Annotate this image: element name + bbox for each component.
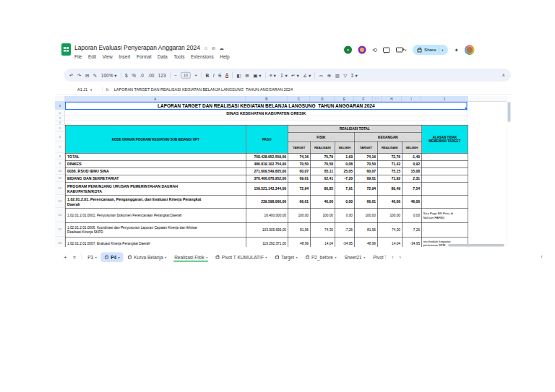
cell-value-row14-col2[interactable]: 0,00: [335, 208, 354, 222]
cell-value-row16-col2[interactable]: -34,95: [335, 237, 354, 247]
cell-value-row8-col1[interactable]: 75,79: [310, 153, 335, 160]
fill-color-icon[interactable]: ◧: [237, 72, 241, 78]
sheet-tab-target[interactable]: Target▾: [271, 251, 301, 263]
format-currency-icon[interactable]: $: [125, 72, 128, 78]
cell-value-row11-col2[interactable]: -7,20: [335, 175, 354, 182]
cell-value-row16-col0[interactable]: 48,99: [288, 237, 310, 247]
sheet-tab-pivot-t-kumulatif[interactable]: Pivot T KUMULATIF▾: [212, 251, 270, 263]
sheet-tab-p3[interactable]: P3▾: [84, 251, 100, 263]
cell-alasan-row10[interactable]: [421, 167, 468, 175]
cell-value-row9-col4[interactable]: 71,42: [377, 160, 402, 167]
text-color-icon[interactable]: A: [225, 72, 228, 78]
horizontal-align-icon[interactable]: ≡ ▾: [270, 72, 276, 78]
row-header-13[interactable]: 13: [55, 195, 65, 208]
decrease-decimal-icon[interactable]: .0: [139, 72, 143, 78]
cell-value-row14-col5[interactable]: 0,00: [402, 208, 421, 222]
cell-value-row8-col2[interactable]: 1,63: [335, 153, 354, 160]
tab-scroll-right[interactable]: ›: [400, 254, 401, 260]
selected-cell-a1[interactable]: LAPORAN TARGET DAN REALISASI KEGIATAN BE…: [65, 102, 468, 110]
cell-value-row9-col3[interactable]: 70,50: [354, 160, 377, 167]
cell-value-row14-col4[interactable]: 100,00: [377, 208, 402, 222]
cell-kode-row8[interactable]: TOTAL: [65, 153, 246, 160]
cell-alasan-row9[interactable]: [421, 160, 468, 167]
cell-value-row13-col2[interactable]: 0,00: [335, 195, 354, 208]
cell-value-row9-col5[interactable]: 0,92: [402, 160, 421, 167]
column-header-J[interactable]: J: [421, 96, 468, 102]
collaborator-avatar-purple[interactable]: [358, 46, 366, 54]
redo-icon[interactable]: ↷: [77, 72, 81, 78]
cell-value-row8-col3[interactable]: 74,16: [354, 153, 377, 160]
cell-alasan-row8[interactable]: [421, 153, 468, 160]
insert-link-icon[interactable]: ∾: [319, 72, 323, 78]
functions-icon[interactable]: Σ ▾: [351, 72, 358, 78]
cell-value-row16-col5[interactable]: -34,95: [402, 237, 421, 247]
sheet-tab-p2-before[interactable]: P2_before▾: [301, 251, 340, 263]
tab-scroll-left[interactable]: ‹: [392, 254, 393, 260]
cell-value-row12-col5[interactable]: 7,54: [402, 182, 421, 195]
header-fisik[interactable]: FISIK: [288, 132, 354, 141]
column-header-C[interactable]: C: [288, 96, 310, 102]
menu-item-view[interactable]: View: [103, 54, 113, 60]
cell-value-row8-col5[interactable]: -1,40: [402, 153, 421, 160]
cell-value-row10-col4[interactable]: 75,15: [377, 167, 402, 175]
cell-value-row15-col4[interactable]: 74,30: [377, 222, 402, 237]
column-header-H[interactable]: H: [382, 96, 402, 102]
cell-kode-row13[interactable]: 1.02.01.2.01. Perencanaan, Penganggaran,…: [65, 195, 246, 208]
column-header-D[interactable]: D: [310, 96, 335, 102]
cell-kode-row16[interactable]: 1.02.01.2.01.0007. Evaluasi Kinerja Pera…: [65, 237, 246, 247]
cell-value-row15-col3[interactable]: 81,56: [354, 222, 377, 237]
cell-value-row12-col3[interactable]: 72,94: [354, 182, 377, 195]
italic-icon[interactable]: I: [213, 72, 215, 78]
column-header-A[interactable]: A: [65, 96, 246, 102]
format-percent-icon[interactable]: %: [132, 72, 136, 78]
font-size-input[interactable]: 10: [181, 72, 191, 79]
hidden-column-marker[interactable]: ‹ ›: [373, 96, 382, 102]
header-fisik-realisasi[interactable]: REALISASI: [310, 141, 335, 153]
cell-kode-row11[interactable]: BIDANG DAN SEKRETARIAT: [65, 175, 246, 182]
cell-value-row12-col1[interactable]: 80,85: [310, 182, 335, 195]
cell-value-row11-col3[interactable]: 69,61: [354, 175, 377, 182]
cell-value-row11-col1[interactable]: 62,41: [310, 175, 335, 182]
cell-value-row10-col3[interactable]: 60,07: [354, 167, 377, 175]
cell-value-row16-col4[interactable]: 14,04: [377, 237, 402, 247]
cell-value-row15-col5[interactable]: -7,26: [402, 222, 421, 237]
borders-icon[interactable]: ⊞: [245, 72, 249, 78]
row-header-10[interactable]: 10: [55, 167, 65, 175]
bold-icon[interactable]: B: [205, 72, 209, 78]
cell-value-row12-col2[interactable]: 7,91: [335, 182, 354, 195]
cell-value-row11-col0[interactable]: 69,61: [288, 175, 310, 182]
select-all-corner[interactable]: [55, 96, 65, 102]
cell-value-row12-col0[interactable]: 72,94: [288, 182, 310, 195]
cell-pagu-row8[interactable]: 758.428.652.559,00: [246, 153, 288, 160]
gemini-sparkle-icon[interactable]: ✦: [454, 47, 458, 53]
sheets-logo[interactable]: [61, 43, 71, 56]
strikethrough-icon[interactable]: S: [218, 72, 221, 78]
create-filter-icon[interactable]: ▽: [343, 72, 347, 78]
menu-item-edit[interactable]: Edit: [88, 54, 96, 60]
cell-kode-row9[interactable]: DINKES: [65, 160, 246, 167]
cell-value-row16-col3[interactable]: 48,99: [354, 237, 377, 247]
cell-value-row8-col0[interactable]: 74,16: [288, 153, 310, 160]
column-header-E[interactable]: E: [335, 96, 354, 102]
cell-value-row16-col1[interactable]: 14,04: [310, 237, 335, 247]
doc-title[interactable]: Laporan Evaluasi Penyerapan Anggaran 202…: [74, 44, 200, 51]
cell-value-row11-col5[interactable]: 2,31: [402, 175, 421, 182]
cell-value-row13-col1[interactable]: 46,06: [310, 195, 335, 208]
sheet-tab-sheet21[interactable]: Sheet21▾: [340, 251, 369, 263]
more-formats-icon[interactable]: 123: [158, 72, 166, 78]
cell-alasan-row15[interactable]: [421, 222, 468, 237]
header-realisasi-total[interactable]: REALISASI TOTAL: [288, 125, 421, 132]
header-kode[interactable]: KODE URAIAN POGRAM/ KEGIATAN/ SUB BIDANG…: [65, 125, 246, 153]
cell-value-row13-col3[interactable]: 66,61: [354, 195, 377, 208]
row-header-8[interactable]: 8: [55, 153, 65, 160]
cell-pagu-row11[interactable]: 370.466.078.952,00: [246, 175, 288, 182]
selection-fill-handle[interactable]: [465, 108, 468, 110]
cell-value-row12-col4[interactable]: 80,49: [377, 182, 402, 195]
row-header-6[interactable]: 6: [55, 132, 65, 141]
vertical-scrollbar-thumb[interactable]: [508, 102, 511, 122]
name-box[interactable]: A1:J1 ▾: [55, 87, 98, 92]
profile-avatar[interactable]: [465, 45, 475, 55]
sheet-tab-kurva-belanja[interactable]: Kurva Belanja▾: [124, 251, 170, 263]
cell-pagu-row9[interactable]: 486.819.102.754,00: [246, 160, 288, 167]
cell-value-row15-col1[interactable]: 74,30: [310, 222, 335, 237]
